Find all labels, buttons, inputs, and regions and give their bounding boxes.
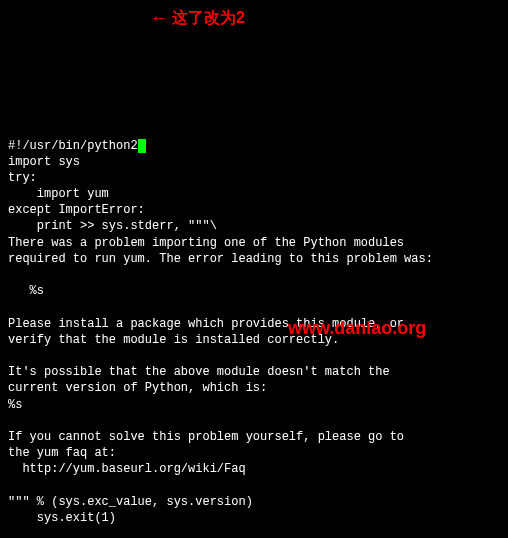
code-line-7: There was a problem importing one of the… (8, 236, 404, 250)
code-line-20: the yum faq at: (8, 446, 116, 460)
annotation-text: 这了改为2 (172, 7, 245, 29)
code-line-19: If you cannot solve this problem yoursel… (8, 430, 404, 444)
code-line-16: current version of Python, which is: (8, 381, 267, 395)
code-line-23: """ % (sys.exc_value, sys.version) (8, 495, 253, 509)
arrow-icon: ← (150, 6, 168, 30)
code-line-10: %s (8, 284, 44, 298)
code-line-3: try: (8, 171, 37, 185)
cursor (138, 139, 146, 153)
code-line-21: http://yum.baseurl.org/wiki/Faq (8, 462, 246, 476)
watermark: www.daniao.org (288, 316, 426, 340)
code-line-15: It's possible that the above module does… (8, 365, 390, 379)
code-line-17: %s (8, 398, 22, 412)
code-line-1: #!/usr/bin/python2 (8, 139, 138, 153)
annotation-label: ← 这了改为2 (150, 6, 245, 30)
code-line-2: import sys (8, 155, 80, 169)
code-line-4: import yum (8, 187, 109, 201)
code-line-24: sys.exit(1) (8, 511, 116, 525)
code-line-6: print >> sys.stderr, """\ (8, 219, 217, 233)
code-line-5: except ImportError: (8, 203, 145, 217)
code-line-8: required to run yum. The error leading t… (8, 252, 433, 266)
